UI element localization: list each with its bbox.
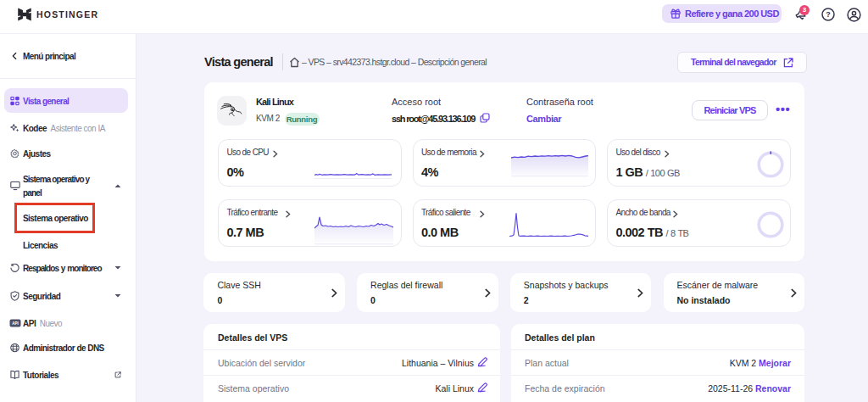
- svg-text:?: ?: [826, 10, 831, 19]
- svg-text:API: API: [12, 321, 19, 326]
